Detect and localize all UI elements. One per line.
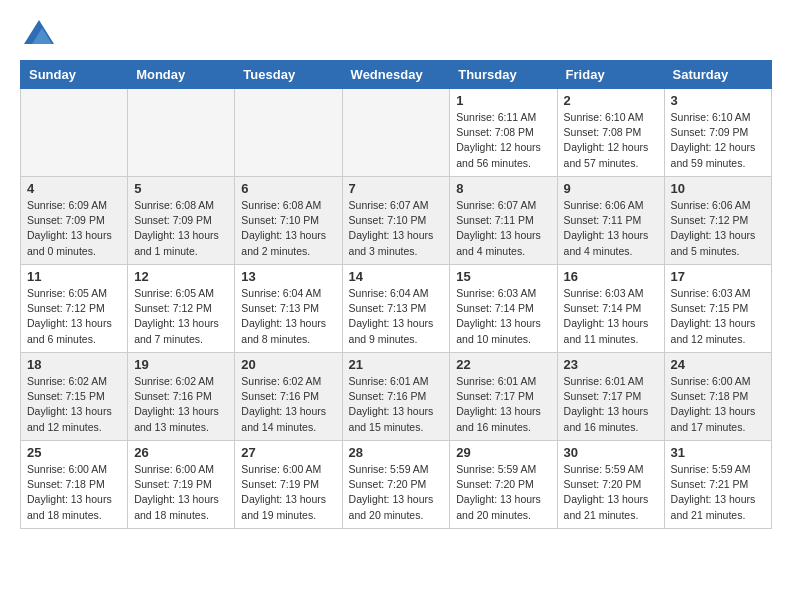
day-number: 23 bbox=[564, 357, 658, 372]
day-info: Sunrise: 6:06 AMSunset: 7:12 PMDaylight:… bbox=[671, 198, 765, 259]
day-info: Sunrise: 6:00 AMSunset: 7:19 PMDaylight:… bbox=[241, 462, 335, 523]
calendar-cell: 7Sunrise: 6:07 AMSunset: 7:10 PMDaylight… bbox=[342, 177, 450, 265]
day-number: 25 bbox=[27, 445, 121, 460]
day-number: 27 bbox=[241, 445, 335, 460]
calendar-cell: 15Sunrise: 6:03 AMSunset: 7:14 PMDayligh… bbox=[450, 265, 557, 353]
day-info: Sunrise: 6:05 AMSunset: 7:12 PMDaylight:… bbox=[27, 286, 121, 347]
day-number: 29 bbox=[456, 445, 550, 460]
day-number: 19 bbox=[134, 357, 228, 372]
day-info: Sunrise: 6:09 AMSunset: 7:09 PMDaylight:… bbox=[27, 198, 121, 259]
weekday-header-wednesday: Wednesday bbox=[342, 61, 450, 89]
calendar-cell: 13Sunrise: 6:04 AMSunset: 7:13 PMDayligh… bbox=[235, 265, 342, 353]
day-number: 21 bbox=[349, 357, 444, 372]
day-info: Sunrise: 6:00 AMSunset: 7:18 PMDaylight:… bbox=[27, 462, 121, 523]
day-info: Sunrise: 6:10 AMSunset: 7:08 PMDaylight:… bbox=[564, 110, 658, 171]
calendar-cell bbox=[342, 89, 450, 177]
day-info: Sunrise: 6:11 AMSunset: 7:08 PMDaylight:… bbox=[456, 110, 550, 171]
calendar-cell: 10Sunrise: 6:06 AMSunset: 7:12 PMDayligh… bbox=[664, 177, 771, 265]
calendar-cell bbox=[235, 89, 342, 177]
calendar-cell: 4Sunrise: 6:09 AMSunset: 7:09 PMDaylight… bbox=[21, 177, 128, 265]
calendar-cell bbox=[128, 89, 235, 177]
day-info: Sunrise: 6:07 AMSunset: 7:10 PMDaylight:… bbox=[349, 198, 444, 259]
calendar-cell: 24Sunrise: 6:00 AMSunset: 7:18 PMDayligh… bbox=[664, 353, 771, 441]
day-info: Sunrise: 6:00 AMSunset: 7:19 PMDaylight:… bbox=[134, 462, 228, 523]
calendar-cell: 17Sunrise: 6:03 AMSunset: 7:15 PMDayligh… bbox=[664, 265, 771, 353]
day-number: 13 bbox=[241, 269, 335, 284]
day-number: 22 bbox=[456, 357, 550, 372]
week-row-4: 18Sunrise: 6:02 AMSunset: 7:15 PMDayligh… bbox=[21, 353, 772, 441]
day-info: Sunrise: 5:59 AMSunset: 7:20 PMDaylight:… bbox=[349, 462, 444, 523]
day-number: 26 bbox=[134, 445, 228, 460]
day-number: 15 bbox=[456, 269, 550, 284]
day-info: Sunrise: 5:59 AMSunset: 7:20 PMDaylight:… bbox=[564, 462, 658, 523]
calendar-cell bbox=[21, 89, 128, 177]
calendar-cell: 27Sunrise: 6:00 AMSunset: 7:19 PMDayligh… bbox=[235, 441, 342, 529]
day-number: 12 bbox=[134, 269, 228, 284]
day-info: Sunrise: 6:06 AMSunset: 7:11 PMDaylight:… bbox=[564, 198, 658, 259]
day-info: Sunrise: 6:10 AMSunset: 7:09 PMDaylight:… bbox=[671, 110, 765, 171]
day-number: 16 bbox=[564, 269, 658, 284]
day-number: 14 bbox=[349, 269, 444, 284]
day-number: 8 bbox=[456, 181, 550, 196]
logo-icon bbox=[24, 20, 54, 44]
day-info: Sunrise: 6:01 AMSunset: 7:16 PMDaylight:… bbox=[349, 374, 444, 435]
day-info: Sunrise: 6:03 AMSunset: 7:15 PMDaylight:… bbox=[671, 286, 765, 347]
weekday-header-sunday: Sunday bbox=[21, 61, 128, 89]
day-info: Sunrise: 6:02 AMSunset: 7:16 PMDaylight:… bbox=[241, 374, 335, 435]
day-info: Sunrise: 6:01 AMSunset: 7:17 PMDaylight:… bbox=[456, 374, 550, 435]
calendar-cell: 29Sunrise: 5:59 AMSunset: 7:20 PMDayligh… bbox=[450, 441, 557, 529]
day-info: Sunrise: 6:03 AMSunset: 7:14 PMDaylight:… bbox=[564, 286, 658, 347]
day-info: Sunrise: 6:05 AMSunset: 7:12 PMDaylight:… bbox=[134, 286, 228, 347]
calendar-cell: 18Sunrise: 6:02 AMSunset: 7:15 PMDayligh… bbox=[21, 353, 128, 441]
day-number: 9 bbox=[564, 181, 658, 196]
calendar-cell: 25Sunrise: 6:00 AMSunset: 7:18 PMDayligh… bbox=[21, 441, 128, 529]
calendar-cell: 22Sunrise: 6:01 AMSunset: 7:17 PMDayligh… bbox=[450, 353, 557, 441]
day-number: 10 bbox=[671, 181, 765, 196]
calendar-cell: 28Sunrise: 5:59 AMSunset: 7:20 PMDayligh… bbox=[342, 441, 450, 529]
calendar-cell: 30Sunrise: 5:59 AMSunset: 7:20 PMDayligh… bbox=[557, 441, 664, 529]
day-info: Sunrise: 6:02 AMSunset: 7:15 PMDaylight:… bbox=[27, 374, 121, 435]
calendar-table: SundayMondayTuesdayWednesdayThursdayFrid… bbox=[20, 60, 772, 529]
week-row-2: 4Sunrise: 6:09 AMSunset: 7:09 PMDaylight… bbox=[21, 177, 772, 265]
day-info: Sunrise: 6:04 AMSunset: 7:13 PMDaylight:… bbox=[241, 286, 335, 347]
calendar-cell: 2Sunrise: 6:10 AMSunset: 7:08 PMDaylight… bbox=[557, 89, 664, 177]
day-number: 18 bbox=[27, 357, 121, 372]
day-number: 31 bbox=[671, 445, 765, 460]
day-number: 1 bbox=[456, 93, 550, 108]
logo bbox=[20, 20, 54, 44]
weekday-header-row: SundayMondayTuesdayWednesdayThursdayFrid… bbox=[21, 61, 772, 89]
day-number: 6 bbox=[241, 181, 335, 196]
calendar-cell: 8Sunrise: 6:07 AMSunset: 7:11 PMDaylight… bbox=[450, 177, 557, 265]
calendar-cell: 9Sunrise: 6:06 AMSunset: 7:11 PMDaylight… bbox=[557, 177, 664, 265]
day-number: 4 bbox=[27, 181, 121, 196]
day-info: Sunrise: 5:59 AMSunset: 7:21 PMDaylight:… bbox=[671, 462, 765, 523]
day-number: 20 bbox=[241, 357, 335, 372]
calendar-cell: 1Sunrise: 6:11 AMSunset: 7:08 PMDaylight… bbox=[450, 89, 557, 177]
day-info: Sunrise: 6:07 AMSunset: 7:11 PMDaylight:… bbox=[456, 198, 550, 259]
day-number: 7 bbox=[349, 181, 444, 196]
calendar-cell: 19Sunrise: 6:02 AMSunset: 7:16 PMDayligh… bbox=[128, 353, 235, 441]
weekday-header-friday: Friday bbox=[557, 61, 664, 89]
calendar-cell: 16Sunrise: 6:03 AMSunset: 7:14 PMDayligh… bbox=[557, 265, 664, 353]
day-number: 3 bbox=[671, 93, 765, 108]
weekday-header-thursday: Thursday bbox=[450, 61, 557, 89]
day-info: Sunrise: 6:08 AMSunset: 7:09 PMDaylight:… bbox=[134, 198, 228, 259]
calendar-cell: 21Sunrise: 6:01 AMSunset: 7:16 PMDayligh… bbox=[342, 353, 450, 441]
day-number: 2 bbox=[564, 93, 658, 108]
day-info: Sunrise: 6:03 AMSunset: 7:14 PMDaylight:… bbox=[456, 286, 550, 347]
week-row-5: 25Sunrise: 6:00 AMSunset: 7:18 PMDayligh… bbox=[21, 441, 772, 529]
weekday-header-monday: Monday bbox=[128, 61, 235, 89]
day-number: 28 bbox=[349, 445, 444, 460]
day-info: Sunrise: 6:01 AMSunset: 7:17 PMDaylight:… bbox=[564, 374, 658, 435]
weekday-header-saturday: Saturday bbox=[664, 61, 771, 89]
calendar-cell: 6Sunrise: 6:08 AMSunset: 7:10 PMDaylight… bbox=[235, 177, 342, 265]
day-number: 30 bbox=[564, 445, 658, 460]
calendar-cell: 3Sunrise: 6:10 AMSunset: 7:09 PMDaylight… bbox=[664, 89, 771, 177]
day-info: Sunrise: 5:59 AMSunset: 7:20 PMDaylight:… bbox=[456, 462, 550, 523]
week-row-1: 1Sunrise: 6:11 AMSunset: 7:08 PMDaylight… bbox=[21, 89, 772, 177]
day-info: Sunrise: 6:08 AMSunset: 7:10 PMDaylight:… bbox=[241, 198, 335, 259]
calendar-cell: 20Sunrise: 6:02 AMSunset: 7:16 PMDayligh… bbox=[235, 353, 342, 441]
calendar-cell: 23Sunrise: 6:01 AMSunset: 7:17 PMDayligh… bbox=[557, 353, 664, 441]
calendar-cell: 12Sunrise: 6:05 AMSunset: 7:12 PMDayligh… bbox=[128, 265, 235, 353]
weekday-header-tuesday: Tuesday bbox=[235, 61, 342, 89]
